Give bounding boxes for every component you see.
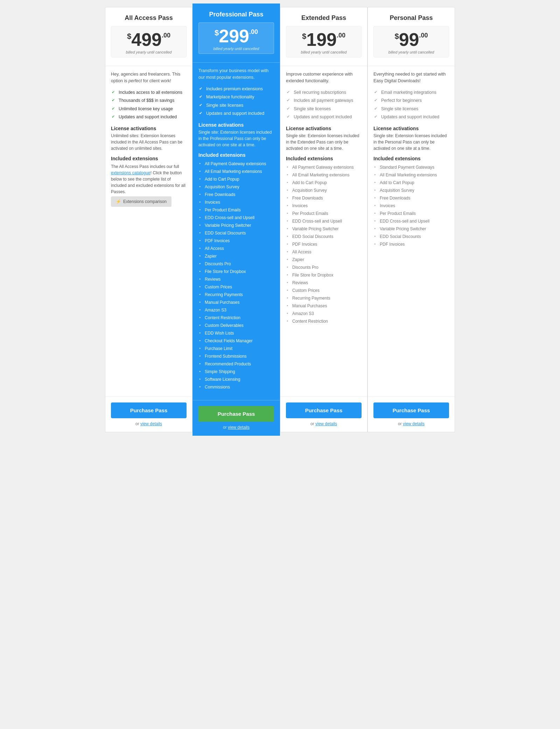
plan-footer-personal: Purchase Pass or view details [368, 397, 455, 432]
plan-name-extended: Extended Pass [286, 14, 362, 22]
feature-item: Updates and support included [111, 113, 187, 121]
extension-item: Amazon S3 [198, 306, 274, 314]
view-details-link-personal[interactable]: view details [403, 421, 425, 426]
view-details-container-extended: or view details [286, 421, 362, 426]
extension-item: Content Restriction [286, 317, 362, 325]
extension-item: Reviews [198, 275, 274, 283]
view-details-link-all-access[interactable]: view details [140, 421, 162, 426]
pricing-table: All Access Pass $ 499 .00 billed yearly … [105, 7, 455, 432]
feature-item: Includes premium extensions [198, 85, 274, 93]
purchase-button-extended[interactable]: Purchase Pass [286, 402, 362, 418]
feature-item: Perfect for beginners [373, 97, 449, 105]
extensions-section-personal: Included extensions Standard Payment Gat… [373, 156, 449, 248]
extension-item: Commissions [198, 383, 274, 391]
extensions-list-professional: All Payment Gateway extensionsAll Email … [198, 160, 274, 391]
extension-item: Add to Cart Popup [373, 179, 449, 187]
extension-item: All Email Marketing extensions [286, 171, 362, 179]
price-dollar-extended: $ [302, 32, 306, 41]
license-text-extended: Single site: Extension licenses included… [286, 133, 362, 152]
feature-list-personal: Email marketing integrationsPerfect for … [373, 89, 449, 121]
comparison-btn-label: Extensions comparison [123, 199, 167, 204]
plan-body-professional: Transform your business model with our m… [193, 63, 280, 400]
license-text-personal: Single site: Extension licenses included… [373, 133, 449, 152]
plan-body-all-access: Hey, agencies and freelancers. This opti… [105, 66, 192, 397]
view-details-link-extended[interactable]: view details [315, 421, 337, 426]
extension-item: EDD Wish Lists [198, 329, 274, 337]
price-cents-all-access: .00 [162, 32, 170, 39]
extensions-section-all-access: Included extensions The All Access Pass … [111, 156, 187, 207]
extension-item: Free Downloads [286, 194, 362, 202]
extension-item: Free Downloads [198, 191, 274, 198]
price-box-extended: $ 199 .00 billed yearly until cancelled [286, 26, 362, 57]
plan-description-personal: Everything needed to get started with Ea… [373, 71, 449, 84]
extension-item: Recurring Payments [198, 291, 274, 299]
price-extended: $ 199 .00 [290, 30, 358, 49]
extensions-list-personal: Standard Payment GatewaysAll Email Marke… [373, 163, 449, 248]
extension-item: Variable Pricing Switcher [373, 225, 449, 233]
license-section-all-access: License activations Unlimited sites: Ext… [111, 126, 187, 152]
billed-text-all-access: billed yearly until cancelled [115, 50, 183, 54]
plan-professional: Professional Pass $ 299 .00 billed yearl… [192, 3, 280, 436]
plan-footer-all-access: Purchase Pass or view details [105, 397, 192, 432]
price-box-professional: $ 299 .00 billed yearly until cancelled [198, 22, 274, 54]
extension-item: Checkout Fields Manager [198, 337, 274, 345]
purchase-button-personal[interactable]: Purchase Pass [373, 402, 449, 418]
plan-name-professional: Professional Pass [198, 11, 274, 18]
plan-name-all-access: All Access Pass [111, 14, 187, 22]
extension-item: Acquisition Survey [373, 187, 449, 194]
plan-name-personal: Personal Pass [373, 14, 449, 22]
extension-item: EDD Cross-sell and Upsell [198, 214, 274, 222]
feature-item: Single site licenses [198, 101, 274, 110]
price-dollar-professional: $ [215, 28, 219, 37]
extension-item: Discounts Pro [198, 260, 274, 268]
extension-item: Add to Cart Popup [286, 179, 362, 187]
extensions-title-professional: Included extensions [198, 152, 274, 158]
extension-item: PDF Invoices [373, 240, 449, 248]
feature-item: Includes access to all extensions [111, 89, 187, 97]
price-amount-extended: 199 [306, 30, 337, 49]
extensions-catalogue-link[interactable]: extensions catalogue [111, 170, 150, 175]
purchase-button-professional[interactable]: Purchase Pass [198, 406, 274, 422]
extension-item: Discounts Pro [286, 264, 362, 271]
extension-item: Purchase Limit [198, 345, 274, 352]
billed-text-professional: billed yearly until cancelled [202, 47, 270, 51]
extension-item: Recommended Products [198, 360, 274, 368]
plan-header-extended: Extended Pass $ 199 .00 billed yearly un… [280, 7, 367, 66]
extension-item: Amazon S3 [286, 310, 362, 317]
extension-item: PDF Invoices [198, 237, 274, 245]
price-amount-all-access: 499 [131, 30, 162, 49]
feature-item: Single site licenses [373, 105, 449, 113]
purchase-button-all-access[interactable]: Purchase Pass [111, 402, 187, 418]
billed-text-extended: billed yearly until cancelled [290, 50, 358, 54]
price-amount-professional: 299 [219, 27, 249, 45]
extensions-note-all-access: The All Access Pass includes our full ex… [111, 163, 187, 195]
extension-item: Manual Purchases [198, 299, 274, 306]
feature-item: Thousands of $$$ in savings [111, 97, 187, 105]
plan-footer-extended: Purchase Pass or view details [280, 397, 367, 432]
license-text-professional: Single site: Extension licenses included… [198, 129, 274, 148]
or-text-all-access: or [135, 421, 140, 426]
extension-item: Add to Cart Popup [198, 175, 274, 183]
feature-list-extended: Sell recurring subscriptionsIncludes all… [286, 89, 362, 121]
extensions-title-personal: Included extensions [373, 156, 449, 161]
extension-item: All Email Marketing extensions [373, 171, 449, 179]
extension-item: Custom Deliverables [198, 322, 274, 329]
plan-body-extended: Improve customer experience with extende… [280, 66, 367, 397]
plan-description-professional: Transform your business model with our m… [198, 68, 274, 81]
plan-footer-professional: Purchase Pass or view details [193, 400, 280, 435]
extension-item: Simple Shipping [198, 368, 274, 376]
extensions-title-all-access: Included extensions [111, 156, 187, 161]
extension-item: All Email Marketing extensions [198, 168, 274, 175]
extension-item: Standard Payment Gateways [373, 163, 449, 171]
extension-item: Invoices [198, 198, 274, 206]
feature-list-all-access: Includes access to all extensionsThousan… [111, 89, 187, 121]
plan-personal: Personal Pass $ 99 .00 billed yearly unt… [368, 7, 455, 432]
feature-item: Updates and support included [286, 113, 362, 121]
extension-item: Invoices [286, 202, 362, 210]
price-all-access: $ 499 .00 [115, 30, 183, 49]
feature-item: Sell recurring subscriptions [286, 89, 362, 97]
view-details-link-professional[interactable]: view details [228, 425, 250, 430]
extensions-comparison-button[interactable]: ⚡ Extensions comparison [111, 196, 172, 207]
extension-item: EDD Social Discounts [286, 233, 362, 240]
feature-item: Unlimited license key usage [111, 105, 187, 113]
